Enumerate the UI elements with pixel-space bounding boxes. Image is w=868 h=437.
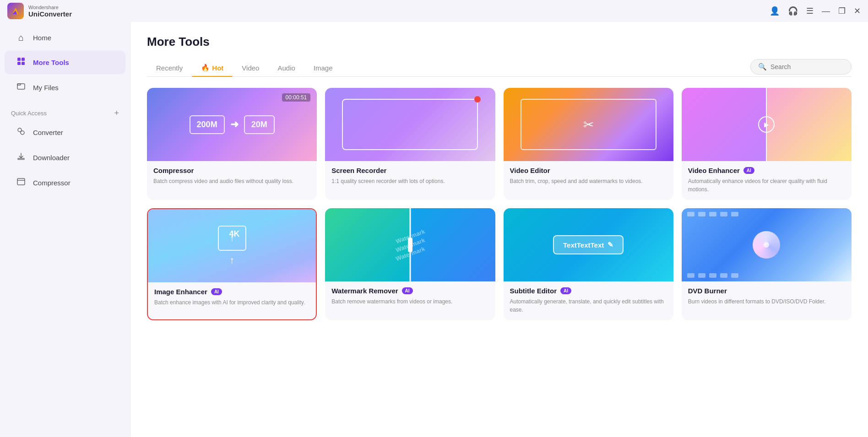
sidebar-item-home-label: Home <box>33 34 51 42</box>
menu-icon-button[interactable]: ☰ <box>806 6 814 16</box>
sidebar-item-my-files-label: My Files <box>33 84 59 92</box>
subtitle-visual: TextTextText ✎ <box>553 235 624 254</box>
film-hole <box>731 212 738 216</box>
tool-desc-video-enhancer: Automatically enhance videos for clearer… <box>688 177 845 194</box>
more-tools-icon <box>16 57 27 68</box>
quick-access-add-button[interactable]: + <box>114 108 119 118</box>
tool-desc-subtitle-editor: Automatically generate, translate, and q… <box>510 297 667 314</box>
window-controls: 👤 🎧 ☰ — ❐ ✕ <box>770 6 861 16</box>
tool-name-subtitle-editor: Subtitle Editor AI <box>510 287 667 295</box>
tab-video[interactable]: Video <box>233 59 268 76</box>
subtitle-pill: TextTextText ✎ <box>553 235 624 254</box>
tool-card-image-enhancer[interactable]: 4K ↑ ↑ Image Enhancer AI Batch enhance i… <box>147 208 317 320</box>
dvd-hole <box>764 242 769 248</box>
tool-desc-compressor: Batch compress video and audio files wit… <box>153 177 310 185</box>
search-bar[interactable]: 🔍 <box>750 59 852 75</box>
film-holes-bottom <box>682 273 852 278</box>
sidebar-item-converter-label: Converter <box>33 129 63 136</box>
tool-card-subtitle-editor[interactable]: TextTextText ✎ Subtitle Editor AI Automa… <box>504 208 673 320</box>
comp-size-from: 200M <box>190 115 225 134</box>
tools-grid: 00:00:51 200M ➜ 20M Compressor Batch com… <box>147 88 852 320</box>
quick-access-section: Quick Access + <box>0 104 130 120</box>
sidebar: ⌂ Home More Tools My Files <box>0 22 130 437</box>
film-hole <box>720 273 727 278</box>
ai-badge-image-enhancer: AI <box>211 288 222 295</box>
image-enhancer-visual: 4K ↑ ↑ <box>218 226 246 266</box>
svg-rect-6 <box>17 84 25 89</box>
tool-info-video-enhancer: Video Enhancer AI Automatically enhance … <box>682 161 852 200</box>
comp-time: 00:00:51 <box>282 93 311 102</box>
sidebar-item-compressor-label: Compressor <box>33 179 71 187</box>
tool-card-watermark-remover[interactable]: Watermark Watermark Watermark Watermark … <box>325 208 495 320</box>
sidebar-item-downloader[interactable]: Downloader <box>5 146 125 169</box>
tool-desc-watermark-remover: Batch remove watermarks from videos or i… <box>331 297 488 306</box>
tool-thumb-compressor: 00:00:51 200M ➜ 20M <box>147 88 317 161</box>
sidebar-item-my-files[interactable]: My Files <box>5 76 125 99</box>
search-input[interactable] <box>770 63 844 70</box>
close-button[interactable]: ✕ <box>854 6 861 16</box>
film-holes-top <box>682 212 852 216</box>
sidebar-item-compressor[interactable]: Compressor <box>5 171 125 194</box>
film-hole <box>709 212 716 216</box>
tool-card-video-enhancer[interactable]: ▶ Video Enhancer AI Automatically enhanc… <box>682 88 852 200</box>
tool-card-compressor[interactable]: 00:00:51 200M ➜ 20M Compressor Batch com… <box>147 88 317 200</box>
svg-rect-10 <box>18 158 24 160</box>
rec-dot <box>474 96 481 103</box>
home-icon: ⌂ <box>16 32 27 43</box>
my-files-icon <box>16 82 27 93</box>
tab-video-label: Video <box>242 64 259 72</box>
tab-hot[interactable]: 🔥 Hot <box>192 59 233 76</box>
tab-image[interactable]: Image <box>304 59 342 76</box>
svg-rect-11 <box>17 178 25 185</box>
downloader-icon <box>16 152 27 163</box>
comp-visual: 200M ➜ 20M <box>190 115 275 134</box>
tool-card-screen-recorder[interactable]: Screen Recorder 1:1 quality screen recor… <box>325 88 495 200</box>
tool-thumb-video-editor: ✂ <box>504 88 673 161</box>
converter-icon <box>16 127 27 138</box>
tab-recently[interactable]: Recently <box>147 59 192 76</box>
tab-audio[interactable]: Audio <box>268 59 304 76</box>
main-layout: ⌂ Home More Tools My Files <box>0 22 868 437</box>
tool-card-video-editor[interactable]: ✂ Video Editor Batch trim, crop, speed a… <box>504 88 673 200</box>
film-hole <box>687 273 694 278</box>
film-hole <box>720 212 727 216</box>
tool-info-image-enhancer: Image Enhancer AI Batch enhance images w… <box>148 282 316 313</box>
page-title: More Tools <box>147 35 852 49</box>
tool-desc-image-enhancer: Batch enhance images with AI for improve… <box>154 298 309 307</box>
compressor-icon <box>16 177 27 189</box>
user-icon-button[interactable]: 👤 <box>770 6 780 16</box>
svg-rect-7 <box>17 84 21 85</box>
play-icon: ▶ <box>758 116 775 133</box>
tool-thumb-watermark-remover: Watermark Watermark Watermark <box>325 208 495 281</box>
sidebar-item-more-tools[interactable]: More Tools <box>5 51 125 74</box>
sidebar-item-home[interactable]: ⌂ Home <box>5 27 125 49</box>
minimize-button[interactable]: — <box>822 6 830 16</box>
sidebar-item-more-tools-label: More Tools <box>33 59 69 66</box>
film-hole <box>698 212 705 216</box>
svg-rect-5 <box>22 62 25 65</box>
tool-desc-video-editor: Batch trim, crop, speed and add watermar… <box>510 177 667 185</box>
ai-badge-watermark-remover: AI <box>402 287 413 294</box>
tool-name-screen-recorder: Screen Recorder <box>331 167 488 174</box>
editor-visual: ✂ <box>521 99 656 150</box>
film-hole <box>731 273 738 278</box>
sidebar-item-converter[interactable]: Converter <box>5 121 125 144</box>
tool-thumb-image-enhancer: 4K ↑ ↑ <box>148 209 316 282</box>
app-name-text: Wondershare UniConverter <box>28 5 72 18</box>
app-logo-area: Wondershare UniConverter <box>7 3 72 19</box>
maximize-button[interactable]: ❐ <box>838 6 846 16</box>
title-bar: Wondershare UniConverter 👤 🎧 ☰ — ❐ ✕ <box>0 0 868 22</box>
svg-rect-2 <box>17 58 21 61</box>
watermark-visual: Watermark Watermark Watermark <box>325 208 495 281</box>
ai-badge-video-enhancer: AI <box>743 167 754 174</box>
tool-info-subtitle-editor: Subtitle Editor AI Automatically generat… <box>504 281 673 320</box>
tool-desc-dvd-burner: Burn videos in different formats to DVD/… <box>688 297 845 306</box>
tabs-bar: Recently 🔥 Hot Video Audio Image 🔍 <box>147 59 852 77</box>
film-hole <box>698 273 705 278</box>
support-icon-button[interactable]: 🎧 <box>788 6 798 16</box>
wm-handle <box>408 237 412 252</box>
dvd-disc <box>753 231 780 259</box>
enhancer-visual: ▶ <box>682 88 852 161</box>
enh-box: ↑ <box>218 226 246 251</box>
tool-card-dvd-burner[interactable]: DVD Burner Burn videos in different form… <box>682 208 852 320</box>
